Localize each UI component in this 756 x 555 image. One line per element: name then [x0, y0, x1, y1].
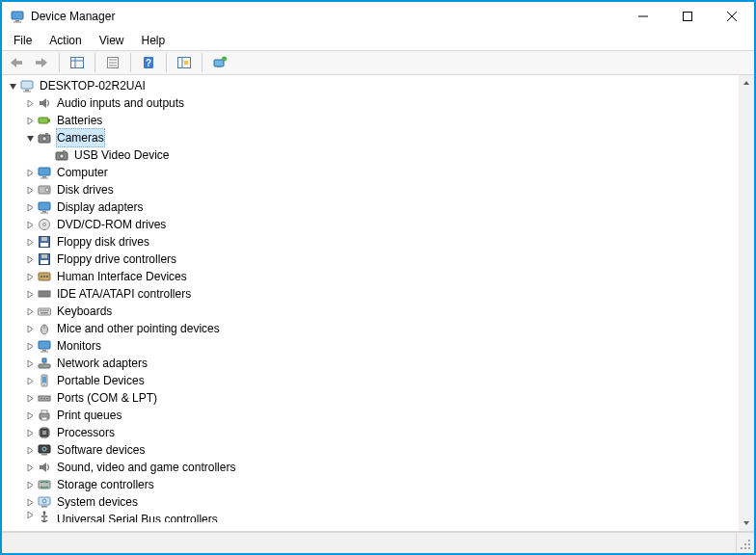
- svg-rect-114: [741, 547, 742, 549]
- tree-category[interactable]: Human Interface Devices: [6, 268, 739, 285]
- chevron-right-icon[interactable]: [23, 255, 37, 264]
- tree-node-label: Processors: [56, 424, 116, 441]
- menu-view[interactable]: View: [92, 33, 132, 48]
- tree-category[interactable]: Monitors: [6, 337, 739, 355]
- floppy-icon: [37, 251, 52, 267]
- tree-category[interactable]: Mice and other pointing devices: [6, 320, 739, 337]
- maximize-button[interactable]: [665, 2, 710, 31]
- tree-category[interactable]: System devices: [6, 493, 739, 511]
- tree-category[interactable]: Floppy drive controllers: [6, 251, 739, 268]
- hid-icon: [37, 269, 52, 284]
- scan-hardware-button[interactable]: [174, 52, 195, 73]
- chevron-right-icon[interactable]: [23, 325, 37, 333]
- svg-rect-42: [40, 213, 48, 214]
- tree-node-label: Sound, video and game controllers: [56, 459, 236, 476]
- chevron-right-icon[interactable]: [23, 446, 37, 455]
- chevron-down-icon[interactable]: [23, 134, 37, 143]
- battery-icon: [37, 113, 52, 128]
- device-manager-window: Device Manager File Action View Help: [0, 0, 756, 555]
- chevron-right-icon[interactable]: [23, 411, 37, 420]
- tree-category[interactable]: Universal Serial Bus controllers: [6, 511, 739, 522]
- chevron-right-icon[interactable]: [23, 307, 37, 316]
- tree-node-label: Batteries: [56, 112, 103, 129]
- tree-category[interactable]: Audio inputs and outputs: [6, 94, 739, 112]
- chevron-right-icon[interactable]: [23, 429, 37, 437]
- tree-category[interactable]: Batteries: [6, 112, 739, 129]
- tree-device[interactable]: USB Video Device: [6, 146, 739, 164]
- close-button[interactable]: [710, 2, 754, 31]
- svg-rect-41: [42, 211, 46, 213]
- chevron-right-icon[interactable]: [23, 186, 37, 195]
- chevron-down-icon[interactable]: [6, 82, 19, 91]
- tree-category[interactable]: Cameras: [6, 129, 739, 146]
- camera-icon: [54, 147, 69, 163]
- chevron-right-icon[interactable]: [23, 359, 37, 368]
- chevron-right-icon[interactable]: [23, 481, 37, 489]
- scroll-up-icon[interactable]: [739, 75, 754, 91]
- help-button[interactable]: ?: [138, 52, 159, 73]
- storage-icon: [37, 477, 52, 492]
- chevron-right-icon[interactable]: [23, 342, 37, 351]
- device-tree[interactable]: DESKTOP-02R2UAIAudio inputs and outputsB…: [2, 75, 739, 531]
- tree-category[interactable]: Keyboards: [6, 303, 739, 320]
- chevron-right-icon[interactable]: [23, 117, 37, 125]
- chevron-right-icon[interactable]: [23, 238, 37, 247]
- scroll-down-icon[interactable]: [739, 515, 754, 531]
- back-button[interactable]: [6, 52, 27, 73]
- monitor-icon: [37, 165, 52, 180]
- chevron-right-icon[interactable]: [23, 498, 37, 507]
- chevron-right-icon[interactable]: [23, 463, 37, 472]
- tree-category[interactable]: IDE ATA/ATAPI controllers: [6, 285, 739, 303]
- tree-category[interactable]: Floppy disk drives: [6, 233, 739, 251]
- tree-category[interactable]: Ports (COM & LPT): [6, 389, 739, 407]
- portable-icon: [37, 373, 52, 388]
- tree-category[interactable]: Storage controllers: [6, 476, 739, 493]
- titlebar[interactable]: Device Manager: [2, 2, 754, 31]
- tree-node-label: Human Interface Devices: [56, 268, 188, 285]
- minimize-button[interactable]: [621, 2, 665, 31]
- forward-button[interactable]: [31, 52, 52, 73]
- show-hide-tree-button[interactable]: [67, 52, 88, 73]
- tree-category[interactable]: Portable Devices: [6, 372, 739, 389]
- svg-rect-108: [41, 506, 47, 508]
- chevron-right-icon[interactable]: [23, 394, 37, 403]
- svg-rect-106: [39, 497, 50, 505]
- tree-category[interactable]: Print queues: [6, 407, 739, 424]
- svg-point-44: [43, 224, 46, 226]
- toolbar: ?: [2, 50, 754, 75]
- tree-node-label: DESKTOP-02R2UAI: [39, 77, 147, 94]
- tree-node-label: Software devices: [56, 441, 146, 459]
- vertical-scrollbar[interactable]: [739, 75, 754, 531]
- chevron-right-icon[interactable]: [23, 203, 37, 212]
- add-hardware-button[interactable]: [209, 52, 230, 73]
- tree-root[interactable]: DESKTOP-02R2UAI: [6, 77, 739, 94]
- tree-category[interactable]: Disk drives: [6, 181, 739, 198]
- tree-category[interactable]: Display adapters: [6, 198, 739, 216]
- tree-node-label: Display adapters: [56, 198, 144, 216]
- chevron-right-icon[interactable]: [23, 273, 37, 281]
- tree-category[interactable]: Network adapters: [6, 355, 739, 372]
- svg-rect-104: [41, 454, 47, 456]
- tree-category[interactable]: Software devices: [6, 441, 739, 459]
- properties-button[interactable]: [102, 52, 123, 73]
- chevron-right-icon[interactable]: [23, 99, 37, 108]
- tree-category[interactable]: Processors: [6, 424, 739, 441]
- svg-point-53: [43, 276, 45, 278]
- svg-rect-65: [45, 310, 47, 312]
- tree-node-label: DVD/CD-ROM drives: [56, 216, 167, 233]
- menu-file[interactable]: File: [6, 33, 40, 48]
- chevron-right-icon[interactable]: [23, 511, 37, 519]
- menu-action[interactable]: Action: [41, 33, 89, 48]
- resize-grip-icon[interactable]: [737, 533, 754, 553]
- tree-category[interactable]: Computer: [6, 164, 739, 181]
- chevron-right-icon[interactable]: [23, 221, 37, 229]
- chevron-right-icon[interactable]: [23, 290, 37, 299]
- chevron-right-icon[interactable]: [23, 377, 37, 385]
- svg-point-77: [41, 365, 43, 367]
- menu-help[interactable]: Help: [134, 33, 174, 48]
- svg-rect-31: [45, 133, 48, 135]
- toolbar-separator: [59, 53, 60, 72]
- tree-category[interactable]: Sound, video and game controllers: [6, 459, 739, 476]
- chevron-right-icon[interactable]: [23, 169, 37, 177]
- tree-category[interactable]: DVD/CD-ROM drives: [6, 216, 739, 233]
